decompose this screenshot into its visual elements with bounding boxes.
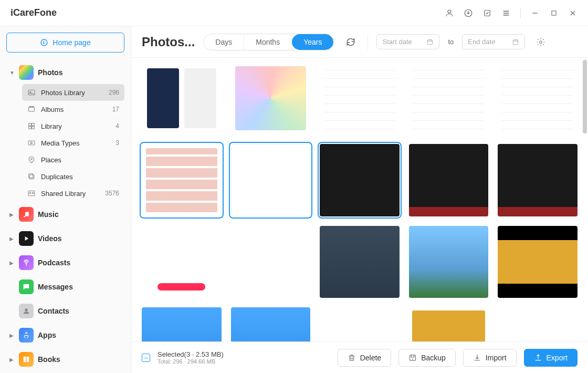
- nav-label: Contacts: [38, 307, 69, 315]
- nav-photos-sub: Photos Library 296 Albums 17 Library 4 M…: [6, 84, 124, 202]
- close-icon[interactable]: [568, 8, 578, 18]
- btn-label: Backup: [421, 354, 446, 362]
- nav-header-contacts[interactable]: ▶Contacts: [6, 299, 124, 323]
- nav-header-photos[interactable]: ▼ Photos: [6, 61, 124, 84]
- music-icon: [19, 207, 34, 222]
- svg-point-22: [25, 261, 27, 263]
- end-date-input[interactable]: End date: [462, 34, 525, 49]
- svg-point-21: [27, 215, 29, 216]
- nav-header-music[interactable]: ▶Music: [6, 203, 124, 226]
- thumbnail[interactable]: [409, 226, 489, 298]
- podcasts-icon: [19, 255, 34, 270]
- backup-button[interactable]: Backup: [398, 349, 456, 367]
- nav-label: Apps: [38, 331, 56, 339]
- maximize-icon[interactable]: [549, 8, 559, 18]
- svg-point-0: [448, 10, 451, 13]
- sidebar-item-media-types[interactable]: Media Types 3: [22, 134, 124, 151]
- titlebar-actions: [445, 8, 578, 18]
- sidebar-item-photos-library[interactable]: Photos Library 296: [22, 84, 124, 101]
- minimize-icon[interactable]: [530, 8, 540, 18]
- home-button[interactable]: Home page: [6, 33, 124, 53]
- thumbnail[interactable]: [231, 307, 311, 341]
- thumbnail[interactable]: [320, 226, 400, 298]
- svg-rect-11: [29, 127, 32, 129]
- item-count: 17: [112, 106, 119, 113]
- sidebar-item-duplicates[interactable]: Duplicates: [22, 168, 124, 185]
- download-icon[interactable]: [464, 8, 473, 18]
- thumbnail[interactable]: [409, 307, 489, 341]
- contacts-icon: [19, 304, 34, 318]
- sidebar-item-albums[interactable]: Albums 17: [22, 101, 124, 118]
- titlebar: iCareFone: [0, 0, 588, 26]
- thumbnail[interactable]: [142, 144, 222, 216]
- svg-rect-13: [28, 141, 35, 145]
- sidebar: Home page ▼ Photos Photos Library 296 Al…: [0, 26, 131, 373]
- refresh-button[interactable]: [342, 34, 359, 50]
- item-count: 3: [116, 139, 119, 147]
- nav-header-books[interactable]: ▶Books: [6, 348, 124, 371]
- thumbnail[interactable]: [409, 62, 489, 134]
- tab-years[interactable]: Years: [292, 34, 333, 50]
- thumbnail[interactable]: [498, 226, 578, 298]
- thumbnail[interactable]: [142, 62, 222, 134]
- nav-header-messages[interactable]: ▶Messages: [6, 275, 124, 298]
- thumbnail[interactable]: [320, 144, 400, 216]
- separator: [520, 8, 521, 18]
- view-segmented: Days Months Years: [203, 34, 334, 50]
- total-line: Total: 296 · 294.66 MB: [158, 358, 224, 365]
- thumbnail[interactable]: [231, 226, 311, 298]
- export-button[interactable]: Export: [524, 349, 578, 367]
- svg-rect-10: [32, 123, 35, 126]
- toolbar: Photos... Days Months Years Start date t…: [131, 26, 588, 58]
- item-count: 296: [109, 89, 119, 96]
- apps-icon: [19, 328, 34, 343]
- tab-months[interactable]: Months: [244, 34, 292, 50]
- thumbnail[interactable]: [142, 307, 222, 341]
- tab-days[interactable]: Days: [204, 34, 244, 50]
- thumbnail[interactable]: [231, 144, 311, 216]
- thumbnail[interactable]: [231, 62, 311, 134]
- start-placeholder: Start date: [382, 38, 412, 46]
- thumbnail[interactable]: [409, 144, 489, 216]
- svg-point-4: [41, 39, 47, 46]
- thumbnail[interactable]: [498, 144, 578, 216]
- thumbnail[interactable]: [142, 226, 222, 298]
- svg-rect-25: [513, 39, 518, 44]
- sidebar-item-places[interactable]: Places: [22, 151, 124, 168]
- sidebar-item-shared-library[interactable]: Shared Library 3576: [22, 185, 124, 202]
- thumbnail-grid-wrap: 2024 (87): [131, 58, 588, 341]
- nav-header-apps[interactable]: ▶Apps: [6, 324, 124, 347]
- thumbnail[interactable]: [320, 307, 400, 341]
- thumbnail[interactable]: [320, 62, 400, 134]
- edit-icon[interactable]: [482, 8, 492, 18]
- import-button[interactable]: Import: [463, 349, 517, 367]
- selected-line: Selected(3 · 2.53 MB): [158, 350, 224, 358]
- item-label: Photos Library: [41, 89, 85, 97]
- nav-header-podcasts[interactable]: ▶Podcasts: [6, 251, 124, 274]
- selection-checkbox[interactable]: –: [142, 354, 150, 362]
- menu-icon[interactable]: [501, 8, 511, 18]
- nav-label: Photos: [38, 68, 62, 77]
- svg-rect-8: [29, 107, 34, 107]
- account-icon[interactable]: [445, 8, 454, 18]
- nav-header-videos[interactable]: ▶Videos: [6, 227, 124, 250]
- home-label: Home page: [52, 38, 90, 47]
- nav-label: Books: [38, 355, 60, 364]
- btn-label: Delete: [360, 354, 381, 362]
- sidebar-item-library[interactable]: Library 4: [22, 118, 124, 134]
- svg-point-19: [32, 192, 34, 194]
- nav-label: Music: [38, 210, 59, 219]
- scrollbar[interactable]: [583, 60, 587, 133]
- settings-button[interactable]: [533, 35, 548, 49]
- chevron-right-icon: ▶: [9, 333, 15, 338]
- nav-label: Podcasts: [38, 258, 70, 267]
- nav-label: Messages: [38, 283, 73, 291]
- item-count: 3576: [105, 190, 119, 197]
- svg-rect-3: [552, 11, 556, 15]
- to-label: to: [448, 38, 454, 46]
- videos-icon: [19, 231, 34, 246]
- thumbnail[interactable]: [498, 62, 578, 134]
- delete-button[interactable]: Delete: [338, 349, 391, 367]
- svg-rect-16: [29, 174, 33, 178]
- start-date-input[interactable]: Start date: [376, 34, 439, 49]
